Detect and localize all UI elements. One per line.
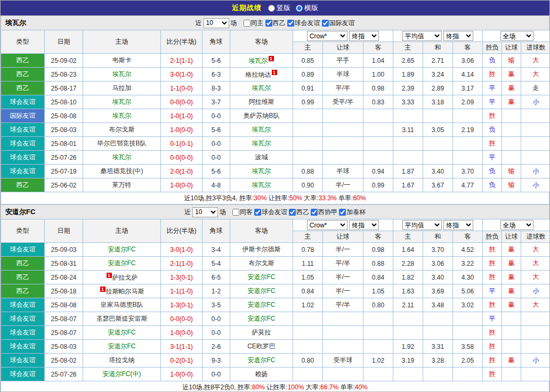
- avg-home-cell: [393, 137, 423, 151]
- odds-away-cell: 0.84: [363, 271, 393, 284]
- scope-header: 全场: [483, 30, 550, 42]
- result-cell: 胜: [483, 340, 502, 354]
- team-label: 伊斯卡尔德斯: [242, 246, 281, 253]
- team-label: 阿拉维斯: [249, 98, 274, 105]
- average-select[interactable]: 平均值: [402, 220, 442, 230]
- avg-home-cell: 2.28: [393, 257, 423, 271]
- away-team-cell: 埃瓦尔: [230, 123, 293, 137]
- col-avg-draw: 和: [423, 231, 453, 243]
- team-label: 布尔戈斯: [109, 126, 135, 133]
- match-row: 西乙25-06-02莱万特1-0(0-0)4-8埃瓦尔0.90半/一0.991.…: [1, 178, 550, 192]
- average-stage-select[interactable]: 终指: [443, 220, 473, 230]
- average-stage-select[interactable]: 终指: [443, 31, 473, 41]
- handicap-result-cell: 赢: [502, 284, 521, 298]
- avg-draw-cell: 3.31: [423, 340, 453, 354]
- team-label: 安道尔FC(中): [103, 370, 141, 378]
- filter-checkbox[interactable]: [322, 20, 329, 27]
- filter-checkbox[interactable]: [339, 209, 346, 216]
- filter-option[interactable]: 球会友谊: [254, 208, 287, 217]
- filter-option[interactable]: 西协甲: [311, 208, 337, 217]
- goals-result-cell: [521, 326, 550, 340]
- odds-stage-select[interactable]: 终指: [349, 220, 379, 230]
- bookmaker-select[interactable]: Crow*: [307, 220, 347, 230]
- scope-select[interactable]: 全场: [500, 31, 533, 41]
- team-label: 皇家马德里B队: [100, 301, 143, 308]
- col-handicap-line: 让球: [323, 231, 363, 243]
- scope-select[interactable]: 全场: [500, 220, 533, 230]
- odds-home-cell: 1.11: [293, 257, 323, 271]
- layout-option[interactable]: 横版: [296, 3, 318, 13]
- odds-stage-select[interactable]: 终指: [349, 31, 379, 41]
- match-count-select[interactable]: 10: [192, 207, 218, 217]
- home-team-cell: 埃瓦尔: [83, 68, 161, 81]
- match-row: 球会友谊25-07-26安道尔FC(中)1-0(0-0)0-0赖扬胜: [1, 368, 550, 381]
- goals-result-cell: 小: [521, 178, 550, 192]
- odds-home-cell: 1.05: [293, 271, 323, 284]
- goals-result-cell: [521, 368, 550, 381]
- summary-text: 近10场,胜8平2负0, 胜率:80% 让胜率:100% 大率:66.7% 单率…: [182, 383, 368, 392]
- team-label: 埃瓦尔: [112, 112, 132, 119]
- team-label: 安道尔FC: [248, 301, 276, 308]
- filter-checkbox[interactable]: [289, 209, 296, 216]
- filter-checkbox[interactable]: [265, 20, 272, 27]
- layout-radio-input[interactable]: [296, 5, 303, 12]
- score-cell: 1-0(0-0): [161, 123, 203, 137]
- summary-segment: 让胜率:: [266, 194, 289, 202]
- match-row: 西乙25-08-17马拉加1-1(0-0)8-3埃瓦尔0.91平/半0.982.…: [1, 81, 550, 95]
- filter-option[interactable]: 加泰杯: [339, 208, 366, 217]
- avg-draw-cell: 3.67: [423, 178, 453, 192]
- filter-option[interactable]: 同客: [232, 208, 253, 217]
- filter-option[interactable]: 西乙: [289, 208, 309, 217]
- home-team-cell: 毕尔巴鄂竞技B队: [83, 137, 161, 151]
- odds-home-cell: 0.91: [293, 81, 323, 95]
- result-cell: 平: [483, 81, 502, 95]
- bookmaker-select[interactable]: Crow*: [307, 31, 347, 41]
- result-cell: 胜: [483, 137, 502, 151]
- odds-away-cell: 0.94: [363, 165, 393, 178]
- avg-away-cell: [453, 312, 483, 326]
- section-header: 埃瓦尔 近 10 场 同主西乙球会友谊国际友谊: [1, 15, 549, 30]
- layout-radio-input[interactable]: [268, 5, 275, 12]
- filter-checkbox[interactable]: [254, 209, 261, 216]
- date-cell: 25-08-08: [45, 298, 83, 312]
- handicap-result-cell: 赢: [502, 243, 521, 257]
- topbar: 近期战绩 竖版横版: [1, 1, 549, 15]
- date-cell: 25-07-26: [45, 368, 83, 381]
- filter-option[interactable]: 西乙: [265, 19, 286, 28]
- layout-option[interactable]: 竖版: [268, 3, 290, 13]
- goals-result-cell: 走: [521, 81, 550, 95]
- filter-checkbox[interactable]: [244, 20, 250, 27]
- avg-home-cell: 1.64: [393, 243, 423, 257]
- filter-option[interactable]: 球会友谊: [287, 19, 320, 28]
- away-team-cell: 阿拉维斯: [230, 95, 293, 109]
- filter-checkbox[interactable]: [287, 20, 294, 27]
- score-cell: 1-0(1-0): [161, 109, 203, 123]
- col-handicap-result: 让球: [502, 231, 521, 243]
- match-row: 球会友谊25-08-01毕尔巴鄂竞技B队0-1(0-1)0-0埃瓦尔胜: [1, 137, 550, 151]
- average-select[interactable]: 平均值: [402, 31, 442, 41]
- corner-cell: 3-4: [203, 243, 230, 257]
- summary-segment: 100%: [288, 383, 304, 391]
- section-header: 安道尔FC 近 10 场 同客球会友谊西乙西协甲加泰杯: [1, 205, 549, 219]
- avg-home-cell: 1.63: [393, 284, 423, 298]
- handicap-line-cell: [323, 368, 363, 381]
- home-team-cell: 1拉斯帕尔马斯: [83, 284, 161, 298]
- avg-away-cell: 3.70: [453, 165, 483, 178]
- col-handicap-result: 让球: [502, 42, 521, 54]
- filter-label: 西乙: [296, 208, 309, 217]
- odds-away-cell: 1.02: [363, 354, 393, 368]
- match-count-select[interactable]: 10: [204, 18, 229, 28]
- match-row: 球会友谊25-07-19桑坦德竞技(中)2-0(1-0)5-6埃瓦尔0.88半球…: [1, 165, 550, 178]
- filter-checkbox[interactable]: [232, 209, 239, 216]
- handicap-result-cell: [502, 312, 521, 326]
- avg-away-cell: 3.02: [453, 298, 483, 312]
- avg-draw-cell: 3.70: [423, 243, 453, 257]
- handicap-result-cell: 赢: [502, 95, 521, 109]
- away-team-cell: 伊斯卡尔德斯: [230, 243, 293, 257]
- filters: 近 10 场 同主西乙球会友谊国际友谊: [196, 18, 355, 28]
- results-body: 球会友谊25-09-03安道尔FC3-0(1-0)3-4伊斯卡尔德斯0.78半/…: [1, 243, 550, 381]
- corner-cell: 5-6: [203, 54, 230, 68]
- filter-option[interactable]: 同主: [244, 19, 264, 28]
- filter-checkbox[interactable]: [311, 209, 318, 216]
- filter-option[interactable]: 国际友谊: [322, 19, 355, 28]
